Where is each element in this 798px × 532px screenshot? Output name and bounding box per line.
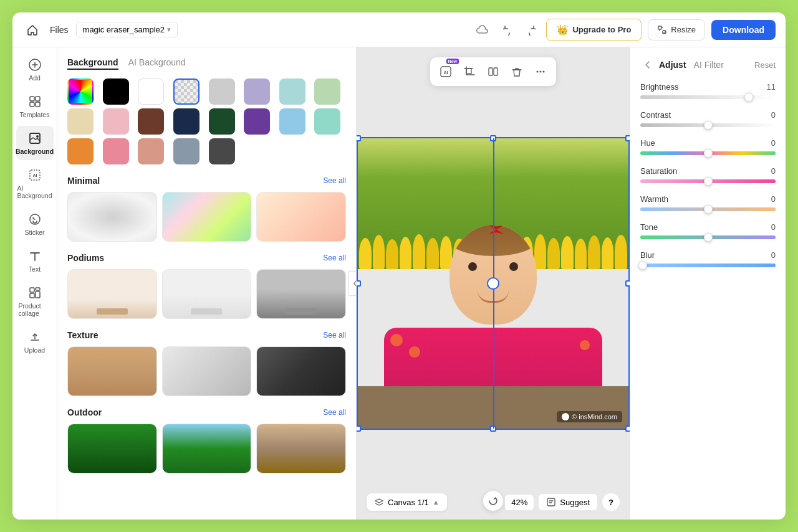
outdoor-grid bbox=[67, 424, 346, 473]
zoom-label: 42% bbox=[511, 498, 527, 507]
redo-button[interactable] bbox=[520, 20, 540, 40]
swatch-dark-green[interactable] bbox=[209, 108, 235, 135]
outdoor-see-all[interactable]: See all bbox=[323, 408, 346, 417]
file-name-chip[interactable]: magic eraser_sample2 ▾ bbox=[76, 22, 178, 37]
contrast-slider[interactable] bbox=[640, 123, 776, 127]
minimal-preset-1[interactable] bbox=[67, 192, 157, 242]
saturation-slider[interactable] bbox=[640, 179, 776, 183]
watermark-text: © insMind.com bbox=[572, 413, 617, 420]
rotate-button[interactable] bbox=[483, 491, 503, 511]
sidebar-item-upload[interactable]: Upload bbox=[16, 325, 54, 359]
sidebar-item-templates[interactable]: Templates bbox=[16, 89, 54, 123]
swatch-light-gray[interactable] bbox=[209, 78, 235, 105]
swatch-beige[interactable] bbox=[67, 108, 94, 135]
warmth-label: Warmth bbox=[640, 194, 668, 204]
ai-tool-button[interactable]: AI New bbox=[435, 61, 456, 82]
sidebar-item-product-collage[interactable]: Product collage bbox=[16, 280, 54, 322]
help-button[interactable]: ? bbox=[602, 493, 620, 511]
hue-slider[interactable] bbox=[640, 151, 776, 155]
home-button[interactable] bbox=[22, 20, 42, 40]
outdoor-item-1[interactable] bbox=[67, 424, 157, 473]
hue-label: Hue bbox=[640, 138, 655, 148]
panel-tab-ai-background[interactable]: AI Background bbox=[128, 57, 186, 70]
sidebar-upload-label: Upload bbox=[24, 346, 45, 354]
add-icon bbox=[27, 57, 42, 72]
resize-button[interactable]: Resize bbox=[648, 19, 705, 40]
swatch-sky-blue[interactable] bbox=[279, 108, 305, 135]
upgrade-button[interactable]: 👑 Upgrade to Pro bbox=[546, 19, 642, 41]
right-panel: Adjust AI Filter Reset Brightness 11 Con… bbox=[630, 47, 786, 520]
saturation-label-row: Saturation 0 bbox=[640, 166, 776, 176]
brightness-slider[interactable] bbox=[640, 95, 776, 99]
texture-item-3[interactable] bbox=[256, 346, 346, 396]
podiums-see-all[interactable]: See all bbox=[323, 254, 346, 262]
sticker-icon bbox=[27, 212, 42, 227]
texture-item-2[interactable] bbox=[162, 346, 252, 396]
outdoor-item-2[interactable] bbox=[162, 424, 252, 473]
product-collage-icon bbox=[27, 285, 42, 300]
tone-slider[interactable] bbox=[640, 235, 776, 239]
flip-tool-button[interactable] bbox=[483, 61, 504, 82]
swatch-steel-blue[interactable] bbox=[173, 138, 200, 164]
podium-item-1[interactable] bbox=[67, 269, 157, 319]
swatch-mint[interactable] bbox=[314, 108, 340, 135]
blur-label: Blur bbox=[640, 250, 655, 260]
body: Add Templates bbox=[12, 47, 786, 520]
podium-item-2[interactable] bbox=[162, 269, 252, 319]
swatch-light-cyan[interactable] bbox=[279, 78, 305, 105]
adjust-tab[interactable]: Adjust bbox=[659, 60, 686, 70]
canvas-image[interactable]: © insMind.com bbox=[357, 137, 630, 430]
crop-tool-button[interactable] bbox=[459, 61, 480, 82]
undo-button[interactable] bbox=[499, 20, 519, 40]
sidebar-item-add[interactable]: Add bbox=[16, 52, 54, 87]
swatch-purple[interactable] bbox=[244, 108, 270, 135]
panel-tabs: Background AI Background bbox=[67, 57, 346, 70]
right-panel-back-button[interactable] bbox=[640, 57, 655, 72]
outdoor-item-3[interactable] bbox=[256, 424, 346, 473]
swatch-white[interactable] bbox=[138, 78, 164, 105]
svg-rect-23 bbox=[547, 498, 555, 506]
sidebar-item-ai-background[interactable]: AI AI Background bbox=[16, 163, 54, 204]
sidebar-item-background[interactable]: Background bbox=[16, 126, 54, 160]
panel-collapse-button[interactable] bbox=[349, 271, 357, 296]
canvas-layers[interactable]: Canvas 1/1 ▲ bbox=[367, 493, 447, 511]
more-tool-button[interactable] bbox=[530, 61, 551, 82]
texture-item-1[interactable] bbox=[67, 346, 157, 396]
svg-rect-12 bbox=[36, 288, 40, 290]
minimal-preset-2[interactable] bbox=[162, 192, 252, 242]
sidebar-item-text[interactable]: Text bbox=[16, 244, 54, 278]
files-label[interactable]: Files bbox=[50, 25, 69, 35]
swatch-black[interactable] bbox=[103, 78, 129, 105]
swatch-transparent[interactable] bbox=[173, 78, 200, 105]
podium-item-3[interactable] bbox=[256, 269, 346, 319]
cloud-button[interactable] bbox=[473, 20, 493, 40]
download-button[interactable]: Download bbox=[711, 20, 776, 40]
header-actions: 👑 Upgrade to Pro Resize Download bbox=[473, 19, 776, 41]
swatch-charcoal[interactable] bbox=[209, 138, 235, 164]
minimal-see-all[interactable]: See all bbox=[323, 176, 346, 185]
reset-button[interactable]: Reset bbox=[754, 60, 776, 70]
blur-slider[interactable] bbox=[640, 264, 776, 267]
minimal-preset-3[interactable] bbox=[256, 192, 346, 242]
swatch-light-green2[interactable] bbox=[314, 78, 340, 105]
contrast-label-row: Contrast 0 bbox=[640, 110, 776, 120]
swatch-salmon[interactable] bbox=[138, 138, 164, 164]
swatch-brown[interactable] bbox=[138, 108, 164, 135]
swatch-blush[interactable] bbox=[103, 108, 129, 135]
ai-filter-tab[interactable]: AI Filter bbox=[694, 60, 724, 70]
zoom-indicator[interactable]: 42% bbox=[505, 495, 534, 510]
swatch-lavender[interactable] bbox=[244, 78, 270, 105]
swatch-rainbow[interactable] bbox=[67, 78, 94, 105]
warmth-slider[interactable] bbox=[640, 207, 776, 211]
texture-see-all[interactable]: See all bbox=[323, 331, 346, 340]
swatch-orange[interactable] bbox=[67, 138, 94, 164]
panel-tab-background[interactable]: Background bbox=[67, 57, 118, 70]
sidebar-item-sticker[interactable]: Sticker bbox=[16, 207, 54, 241]
minimal-presets bbox=[67, 192, 346, 242]
suggest-button[interactable]: Suggest bbox=[539, 494, 597, 510]
delete-tool-button[interactable] bbox=[506, 61, 527, 82]
brightness-value: 11 bbox=[767, 82, 776, 92]
tone-label-row: Tone 0 bbox=[640, 222, 776, 232]
swatch-pink[interactable] bbox=[103, 138, 129, 164]
swatch-navy[interactable] bbox=[173, 108, 200, 135]
